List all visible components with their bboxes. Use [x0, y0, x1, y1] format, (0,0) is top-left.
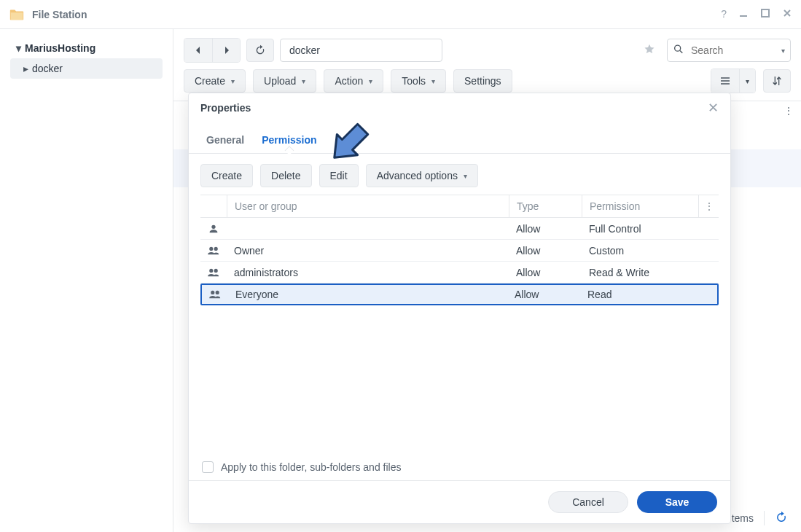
nav-forward-button[interactable]: [212, 39, 240, 62]
nav-back-button[interactable]: [184, 39, 212, 62]
col-user-or-group[interactable]: User or group: [227, 195, 509, 217]
sidebar: ▾ MariusHosting ▸ docker: [0, 29, 173, 532]
table-row[interactable]: administrators Allow Read & Write: [200, 262, 719, 283]
cancel-label: Cancel: [572, 496, 604, 508]
view-dropdown-button[interactable]: ▾: [739, 69, 755, 93]
minimize-icon[interactable]: [738, 8, 749, 20]
svg-rect-1: [762, 9, 769, 17]
permissions-table: User or group Type Permission ⋮ Allow Fu…: [189, 195, 730, 454]
sidebar-item-label: docker: [32, 63, 63, 74]
svg-point-2: [675, 45, 681, 51]
perm-advanced-button[interactable]: Advanced options▾: [366, 164, 478, 187]
maximize-icon[interactable]: [760, 8, 770, 20]
refresh-icon[interactable]: [775, 511, 788, 526]
window-title: File Station: [32, 9, 721, 20]
close-icon[interactable]: [782, 8, 792, 20]
perm-edit-button[interactable]: Edit: [319, 164, 359, 187]
save-label: Save: [665, 496, 689, 508]
row-permission: Full Control: [582, 223, 698, 235]
col-icon: [200, 195, 227, 217]
group-icon: [202, 289, 228, 300]
tab-general-label: General: [206, 134, 244, 146]
perm-delete-button[interactable]: Delete: [260, 164, 311, 187]
row-type: Allow: [509, 223, 582, 235]
sidebar-item-docker[interactable]: ▸ docker: [10, 58, 163, 79]
tools-button[interactable]: Tools▾: [391, 69, 446, 93]
chevron-down-icon[interactable]: ▾: [781, 47, 785, 55]
perm-create-button[interactable]: Create: [200, 164, 253, 187]
table-row[interactable]: Allow Full Control: [200, 218, 719, 240]
perm-delete-label: Delete: [271, 170, 300, 181]
user-icon: [200, 223, 227, 235]
apply-recursive-checkbox[interactable]: [202, 461, 214, 473]
apply-recursive-label: Apply to this folder, sub-folders and fi…: [221, 461, 401, 473]
chevron-right-icon: ▸: [20, 63, 31, 74]
favorite-icon[interactable]: [644, 44, 655, 58]
create-button[interactable]: Create▾: [184, 69, 246, 93]
search-input[interactable]: [667, 39, 791, 62]
properties-dialog: Properties ✕ General Permission Create D…: [188, 93, 731, 524]
dialog-title: Properties: [200, 102, 708, 114]
row-type: Allow: [509, 267, 582, 278]
divider: [764, 511, 765, 525]
row-type: Allow: [507, 289, 580, 300]
tools-label: Tools: [402, 75, 426, 87]
help-icon[interactable]: ?: [721, 8, 727, 20]
action-button[interactable]: Action▾: [324, 69, 383, 93]
col-permission[interactable]: Permission: [582, 195, 698, 217]
create-label: Create: [195, 75, 225, 87]
user-name: Owner: [227, 245, 509, 257]
perm-advanced-label: Advanced options: [377, 170, 458, 181]
action-label: Action: [335, 75, 363, 87]
save-button[interactable]: Save: [637, 491, 717, 513]
tab-permission[interactable]: Permission: [260, 127, 318, 153]
group-icon: [200, 267, 227, 278]
settings-label: Settings: [464, 75, 501, 87]
upload-label: Upload: [264, 75, 296, 87]
tree-root-label: MariusHosting: [25, 42, 95, 54]
close-icon[interactable]: ✕: [708, 100, 719, 116]
perm-edit-label: Edit: [330, 170, 348, 181]
more-columns-icon[interactable]: ⋮: [698, 195, 719, 217]
table-row[interactable]: Owner Allow Custom: [200, 240, 719, 262]
search-icon: [673, 44, 684, 58]
perm-create-label: Create: [211, 170, 242, 181]
more-columns-icon[interactable]: ⋮: [784, 105, 794, 117]
table-row[interactable]: Everyone Allow Read: [200, 283, 719, 305]
refresh-button[interactable]: [246, 39, 274, 62]
svg-rect-0: [740, 15, 747, 17]
upload-button[interactable]: Upload▾: [253, 69, 316, 93]
chevron-down-icon: ▾: [13, 42, 23, 54]
user-name: Everyone: [228, 289, 507, 300]
row-type: Allow: [509, 245, 582, 257]
view-list-button[interactable]: [711, 69, 739, 93]
items-count: tems: [732, 512, 754, 524]
row-permission: Read & Write: [582, 267, 698, 278]
tab-general[interactable]: General: [205, 127, 246, 153]
tab-permission-label: Permission: [262, 134, 316, 146]
window-titlebar: File Station ?: [0, 0, 801, 29]
settings-button[interactable]: Settings: [453, 69, 512, 93]
path-input[interactable]: [280, 39, 442, 62]
tree-root[interactable]: ▾ MariusHosting: [10, 38, 163, 58]
cancel-button[interactable]: Cancel: [548, 491, 628, 513]
col-type[interactable]: Type: [509, 195, 582, 217]
row-permission: Custom: [582, 245, 698, 257]
group-icon: [200, 245, 227, 257]
folder-icon: [9, 7, 25, 23]
user-name: administrators: [227, 267, 509, 278]
sort-button[interactable]: [763, 69, 791, 93]
row-permission: Read: [580, 289, 697, 300]
